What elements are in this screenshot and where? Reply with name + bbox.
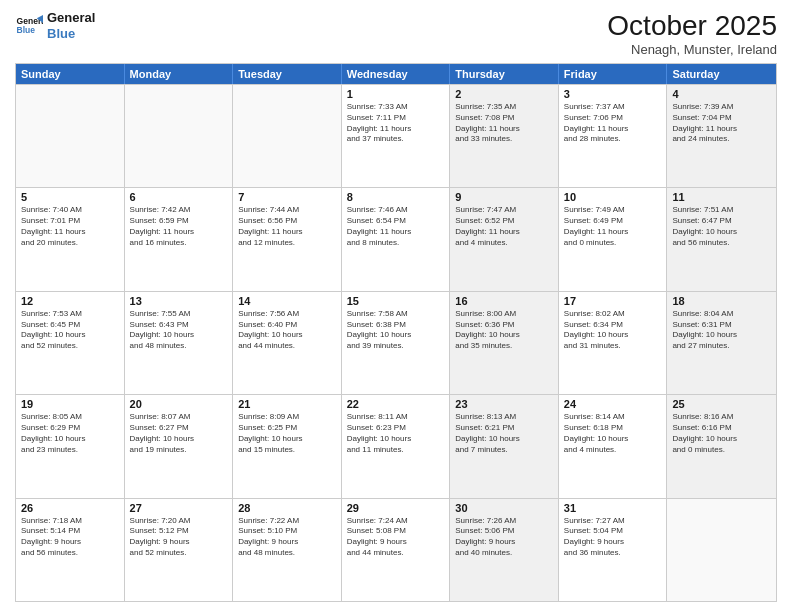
- day-number: 27: [130, 502, 228, 514]
- cell-text: Sunrise: 7:37 AM Sunset: 7:06 PM Dayligh…: [564, 102, 662, 145]
- cal-cell: 1Sunrise: 7:33 AM Sunset: 7:11 PM Daylig…: [342, 85, 451, 187]
- cell-text: Sunrise: 8:14 AM Sunset: 6:18 PM Dayligh…: [564, 412, 662, 455]
- cal-row: 12Sunrise: 7:53 AM Sunset: 6:45 PM Dayli…: [16, 291, 776, 394]
- cal-cell: 8Sunrise: 7:46 AM Sunset: 6:54 PM Daylig…: [342, 188, 451, 290]
- cell-text: Sunrise: 7:53 AM Sunset: 6:45 PM Dayligh…: [21, 309, 119, 352]
- header-day-wednesday: Wednesday: [342, 64, 451, 84]
- cal-cell: 19Sunrise: 8:05 AM Sunset: 6:29 PM Dayli…: [16, 395, 125, 497]
- day-number: 14: [238, 295, 336, 307]
- cal-cell: 23Sunrise: 8:13 AM Sunset: 6:21 PM Dayli…: [450, 395, 559, 497]
- calendar-body: 1Sunrise: 7:33 AM Sunset: 7:11 PM Daylig…: [16, 84, 776, 601]
- cal-cell: 7Sunrise: 7:44 AM Sunset: 6:56 PM Daylig…: [233, 188, 342, 290]
- day-number: 29: [347, 502, 445, 514]
- cell-text: Sunrise: 8:04 AM Sunset: 6:31 PM Dayligh…: [672, 309, 771, 352]
- header: General Blue General Blue October 2025 N…: [15, 10, 777, 57]
- header-day-saturday: Saturday: [667, 64, 776, 84]
- cell-text: Sunrise: 7:26 AM Sunset: 5:06 PM Dayligh…: [455, 516, 553, 559]
- cell-text: Sunrise: 7:44 AM Sunset: 6:56 PM Dayligh…: [238, 205, 336, 248]
- cell-text: Sunrise: 7:27 AM Sunset: 5:04 PM Dayligh…: [564, 516, 662, 559]
- cal-cell: 14Sunrise: 7:56 AM Sunset: 6:40 PM Dayli…: [233, 292, 342, 394]
- cal-cell: [667, 499, 776, 601]
- header-day-monday: Monday: [125, 64, 234, 84]
- day-number: 20: [130, 398, 228, 410]
- logo: General Blue General Blue: [15, 10, 95, 41]
- cal-row: 1Sunrise: 7:33 AM Sunset: 7:11 PM Daylig…: [16, 84, 776, 187]
- cal-cell: [16, 85, 125, 187]
- cell-text: Sunrise: 7:58 AM Sunset: 6:38 PM Dayligh…: [347, 309, 445, 352]
- day-number: 5: [21, 191, 119, 203]
- cell-text: Sunrise: 8:11 AM Sunset: 6:23 PM Dayligh…: [347, 412, 445, 455]
- cal-cell: 12Sunrise: 7:53 AM Sunset: 6:45 PM Dayli…: [16, 292, 125, 394]
- header-day-tuesday: Tuesday: [233, 64, 342, 84]
- day-number: 2: [455, 88, 553, 100]
- cell-text: Sunrise: 7:35 AM Sunset: 7:08 PM Dayligh…: [455, 102, 553, 145]
- cal-cell: 3Sunrise: 7:37 AM Sunset: 7:06 PM Daylig…: [559, 85, 668, 187]
- day-number: 13: [130, 295, 228, 307]
- day-number: 11: [672, 191, 771, 203]
- cell-text: Sunrise: 8:02 AM Sunset: 6:34 PM Dayligh…: [564, 309, 662, 352]
- cell-text: Sunrise: 7:47 AM Sunset: 6:52 PM Dayligh…: [455, 205, 553, 248]
- cell-text: Sunrise: 7:56 AM Sunset: 6:40 PM Dayligh…: [238, 309, 336, 352]
- cal-cell: 24Sunrise: 8:14 AM Sunset: 6:18 PM Dayli…: [559, 395, 668, 497]
- cell-text: Sunrise: 8:16 AM Sunset: 6:16 PM Dayligh…: [672, 412, 771, 455]
- cell-text: Sunrise: 7:55 AM Sunset: 6:43 PM Dayligh…: [130, 309, 228, 352]
- day-number: 6: [130, 191, 228, 203]
- cal-cell: 9Sunrise: 7:47 AM Sunset: 6:52 PM Daylig…: [450, 188, 559, 290]
- header-day-sunday: Sunday: [16, 64, 125, 84]
- cal-cell: 26Sunrise: 7:18 AM Sunset: 5:14 PM Dayli…: [16, 499, 125, 601]
- header-day-thursday: Thursday: [450, 64, 559, 84]
- title-block: October 2025 Nenagh, Munster, Ireland: [607, 10, 777, 57]
- cell-text: Sunrise: 7:51 AM Sunset: 6:47 PM Dayligh…: [672, 205, 771, 248]
- cell-text: Sunrise: 7:20 AM Sunset: 5:12 PM Dayligh…: [130, 516, 228, 559]
- cal-row: 19Sunrise: 8:05 AM Sunset: 6:29 PM Dayli…: [16, 394, 776, 497]
- cal-cell: 5Sunrise: 7:40 AM Sunset: 7:01 PM Daylig…: [16, 188, 125, 290]
- day-number: 9: [455, 191, 553, 203]
- day-number: 15: [347, 295, 445, 307]
- cal-cell: 20Sunrise: 8:07 AM Sunset: 6:27 PM Dayli…: [125, 395, 234, 497]
- day-number: 10: [564, 191, 662, 203]
- cell-text: Sunrise: 8:13 AM Sunset: 6:21 PM Dayligh…: [455, 412, 553, 455]
- day-number: 7: [238, 191, 336, 203]
- cal-cell: 13Sunrise: 7:55 AM Sunset: 6:43 PM Dayli…: [125, 292, 234, 394]
- cell-text: Sunrise: 7:49 AM Sunset: 6:49 PM Dayligh…: [564, 205, 662, 248]
- cal-cell: 25Sunrise: 8:16 AM Sunset: 6:16 PM Dayli…: [667, 395, 776, 497]
- cell-text: Sunrise: 7:42 AM Sunset: 6:59 PM Dayligh…: [130, 205, 228, 248]
- cell-text: Sunrise: 7:22 AM Sunset: 5:10 PM Dayligh…: [238, 516, 336, 559]
- cal-cell: 11Sunrise: 7:51 AM Sunset: 6:47 PM Dayli…: [667, 188, 776, 290]
- day-number: 22: [347, 398, 445, 410]
- page: General Blue General Blue October 2025 N…: [0, 0, 792, 612]
- cell-text: Sunrise: 7:18 AM Sunset: 5:14 PM Dayligh…: [21, 516, 119, 559]
- cal-cell: [125, 85, 234, 187]
- day-number: 8: [347, 191, 445, 203]
- cell-text: Sunrise: 8:05 AM Sunset: 6:29 PM Dayligh…: [21, 412, 119, 455]
- cal-cell: 30Sunrise: 7:26 AM Sunset: 5:06 PM Dayli…: [450, 499, 559, 601]
- cal-cell: 16Sunrise: 8:00 AM Sunset: 6:36 PM Dayli…: [450, 292, 559, 394]
- cal-cell: 29Sunrise: 7:24 AM Sunset: 5:08 PM Dayli…: [342, 499, 451, 601]
- cell-text: Sunrise: 8:07 AM Sunset: 6:27 PM Dayligh…: [130, 412, 228, 455]
- cal-cell: [233, 85, 342, 187]
- day-number: 19: [21, 398, 119, 410]
- day-number: 16: [455, 295, 553, 307]
- cal-cell: 18Sunrise: 8:04 AM Sunset: 6:31 PM Dayli…: [667, 292, 776, 394]
- day-number: 18: [672, 295, 771, 307]
- day-number: 21: [238, 398, 336, 410]
- day-number: 25: [672, 398, 771, 410]
- cell-text: Sunrise: 7:39 AM Sunset: 7:04 PM Dayligh…: [672, 102, 771, 145]
- cal-cell: 10Sunrise: 7:49 AM Sunset: 6:49 PM Dayli…: [559, 188, 668, 290]
- cal-cell: 27Sunrise: 7:20 AM Sunset: 5:12 PM Dayli…: [125, 499, 234, 601]
- cell-text: Sunrise: 7:46 AM Sunset: 6:54 PM Dayligh…: [347, 205, 445, 248]
- day-number: 24: [564, 398, 662, 410]
- day-number: 28: [238, 502, 336, 514]
- day-number: 26: [21, 502, 119, 514]
- calendar: SundayMondayTuesdayWednesdayThursdayFrid…: [15, 63, 777, 602]
- day-number: 23: [455, 398, 553, 410]
- day-number: 4: [672, 88, 771, 100]
- logo-icon: General Blue: [15, 12, 43, 40]
- cal-cell: 17Sunrise: 8:02 AM Sunset: 6:34 PM Dayli…: [559, 292, 668, 394]
- cal-cell: 22Sunrise: 8:11 AM Sunset: 6:23 PM Dayli…: [342, 395, 451, 497]
- day-number: 17: [564, 295, 662, 307]
- day-number: 31: [564, 502, 662, 514]
- cal-cell: 28Sunrise: 7:22 AM Sunset: 5:10 PM Dayli…: [233, 499, 342, 601]
- cell-text: Sunrise: 7:24 AM Sunset: 5:08 PM Dayligh…: [347, 516, 445, 559]
- day-number: 12: [21, 295, 119, 307]
